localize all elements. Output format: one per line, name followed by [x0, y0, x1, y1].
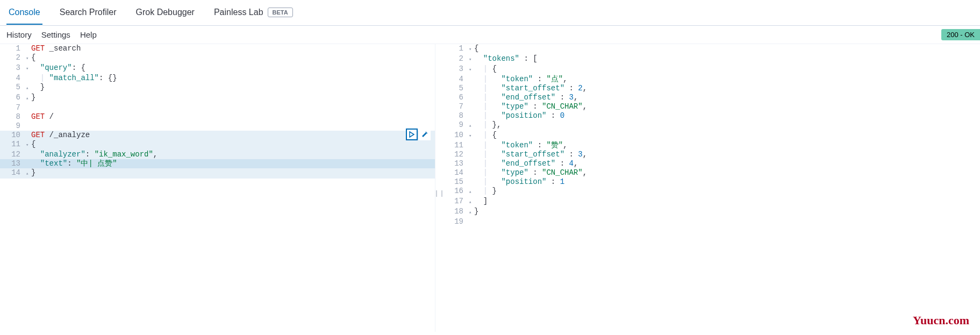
code-line[interactable]: 10▾ | { — [443, 131, 980, 141]
line-number: 5 — [0, 83, 26, 92]
code-content: | "type" : "CN_CHAR", — [474, 102, 980, 111]
line-number: 7 — [443, 102, 469, 111]
fold-toggle[interactable]: ▾ — [469, 54, 474, 65]
run-button[interactable] — [406, 129, 418, 140]
code-line[interactable]: 6 | "end_offset" : 3, — [443, 93, 980, 102]
code-line[interactable]: 11▾{ — [0, 140, 435, 150]
code-line[interactable]: 3▾ "query": { — [0, 63, 435, 74]
fold-toggle[interactable]: ▴ — [469, 207, 474, 217]
status-badge: 200 - OK — [941, 29, 980, 40]
code-content: GET / — [31, 112, 435, 122]
code-content: | { — [474, 131, 980, 140]
pane-splitter[interactable]: ❘❘ — [435, 44, 443, 332]
code-line[interactable]: 10GET /_analyze — [0, 131, 435, 140]
code-line[interactable]: 8 | "position" : 0 — [443, 111, 980, 120]
code-line[interactable]: 5 | "start_offset" : 2, — [443, 84, 980, 93]
line-number: 12 — [0, 150, 26, 159]
request-editor[interactable]: 1GET _search2▾{3▾ "query": {4 | "match_a… — [0, 44, 435, 332]
code-content: | { — [474, 65, 980, 74]
code-line[interactable]: 19 — [443, 217, 980, 226]
code-line[interactable]: 7 — [0, 103, 435, 112]
fold-toggle[interactable]: ▾ — [469, 44, 474, 54]
code-line[interactable]: 12 | "start_offset" : 3, — [443, 150, 980, 159]
fold-toggle[interactable]: ▴ — [469, 197, 474, 207]
fold-toggle[interactable]: ▾ — [26, 63, 31, 74]
settings-link[interactable]: Settings — [41, 30, 70, 39]
tab-grok-debugger[interactable]: Grok Debugger — [134, 1, 197, 25]
code-line[interactable]: 2▾{ — [0, 53, 435, 63]
code-line[interactable]: 2▾ "tokens" : [ — [443, 54, 980, 65]
response-viewer[interactable]: 1▾{2▾ "tokens" : [3▾ | {4 | "token" : "点… — [443, 44, 980, 332]
fold-toggle — [469, 84, 474, 85]
line-number: 13 — [0, 159, 26, 168]
line-number: 4 — [443, 75, 469, 84]
tab-console[interactable]: Console — [6, 1, 42, 25]
code-content: | "type" : "CN_CHAR", — [474, 168, 980, 177]
code-line[interactable]: 1GET _search — [0, 44, 435, 53]
watermark: Yuucn.com — [913, 313, 969, 327]
code-line[interactable]: 6▴} — [0, 93, 435, 103]
line-number: 14 — [0, 168, 26, 177]
line-number: 12 — [443, 150, 469, 159]
wrench-button[interactable] — [419, 129, 431, 140]
tab-search-profiler[interactable]: Search Profiler — [58, 1, 119, 25]
code-line[interactable]: 14▴} — [0, 168, 435, 179]
main-tabs: Console Search Profiler Grok Debugger Pa… — [0, 0, 980, 26]
code-content: "analyzer": "ik_max_word", — [31, 150, 435, 159]
fold-toggle[interactable]: ▾ — [26, 53, 31, 63]
fold-toggle[interactable]: ▴ — [26, 93, 31, 103]
code-line[interactable]: 17▴ ] — [443, 197, 980, 207]
line-number: 13 — [443, 159, 469, 168]
fold-toggle[interactable]: ▾ — [469, 131, 474, 141]
code-line[interactable]: 18▴} — [443, 207, 980, 217]
code-line[interactable]: 13 "text": "中| 点赞" — [0, 159, 435, 168]
code-line[interactable]: 9 — [0, 122, 435, 131]
code-line[interactable]: 5▴ } — [0, 83, 435, 93]
code-line[interactable]: 12 "analyzer": "ik_max_word", — [0, 150, 435, 159]
fold-toggle[interactable]: ▴ — [26, 83, 31, 93]
code-line[interactable]: 7 | "type" : "CN_CHAR", — [443, 102, 980, 111]
help-link[interactable]: Help — [80, 30, 97, 39]
code-line[interactable]: 11 | "token" : "赞", — [443, 141, 980, 150]
code-content: | "position" : 0 — [474, 111, 980, 120]
fold-toggle — [26, 159, 31, 160]
line-number: 7 — [0, 103, 26, 112]
code-line[interactable]: 1▾{ — [443, 44, 980, 54]
tab-painless-lab[interactable]: Painless Lab BETA — [212, 1, 295, 25]
fold-toggle[interactable]: ▾ — [26, 140, 31, 150]
code-content: | }, — [474, 120, 980, 130]
code-content: | "start_offset" : 3, — [474, 150, 980, 159]
fold-toggle — [469, 141, 474, 142]
history-link[interactable]: History — [6, 30, 32, 39]
fold-toggle[interactable]: ▾ — [469, 65, 474, 75]
fold-toggle[interactable]: ▴ — [469, 120, 474, 131]
code-line[interactable]: 4 | "token" : "点", — [443, 75, 980, 84]
code-line[interactable]: 13 | "end_offset" : 4, — [443, 159, 980, 168]
code-content: "text": "中| 点赞" — [31, 159, 435, 168]
fold-toggle — [26, 44, 31, 45]
fold-toggle — [469, 102, 474, 103]
fold-toggle — [26, 122, 31, 123]
code-content: | "match_all": {} — [31, 74, 435, 83]
line-number: 9 — [443, 120, 469, 130]
fold-toggle — [469, 93, 474, 94]
fold-toggle — [469, 150, 474, 151]
code-line[interactable]: 8GET / — [0, 112, 435, 122]
fold-toggle — [26, 103, 31, 104]
line-number: 3 — [443, 65, 469, 74]
line-number: 17 — [443, 197, 469, 206]
line-number: 1 — [443, 44, 469, 53]
fold-toggle[interactable]: ▴ — [469, 187, 474, 197]
code-line[interactable]: 3▾ | { — [443, 65, 980, 75]
line-number: 18 — [443, 207, 469, 216]
code-line[interactable]: 4 | "match_all": {} — [0, 74, 435, 83]
code-line[interactable]: 15 | "position" : 1 — [443, 177, 980, 187]
code-line[interactable]: 9▴ | }, — [443, 120, 980, 131]
code-line[interactable]: 16▴ | } — [443, 187, 980, 197]
line-number: 8 — [443, 111, 469, 120]
code-content: } — [31, 168, 435, 177]
code-content: GET /_analyze — [31, 131, 435, 140]
code-content: } — [31, 83, 435, 92]
code-line[interactable]: 14 | "type" : "CN_CHAR", — [443, 168, 980, 177]
fold-toggle[interactable]: ▴ — [26, 168, 31, 179]
